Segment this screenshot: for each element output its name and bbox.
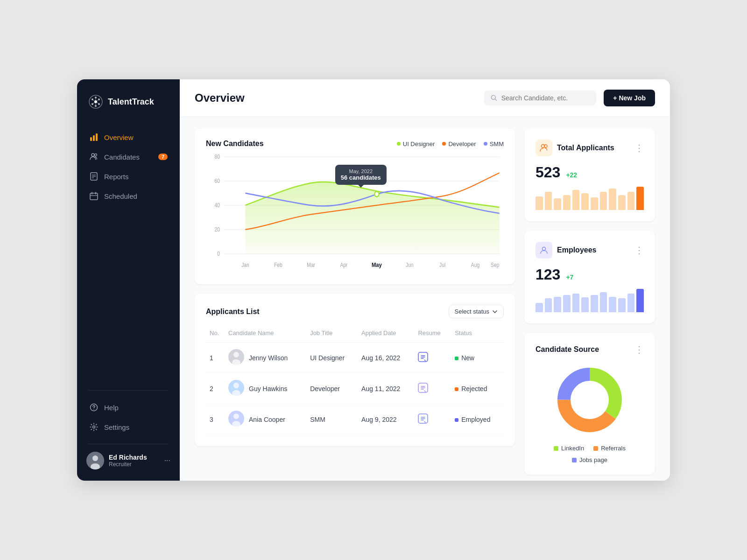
mini-bar [545,298,552,312]
app-container: TalentTrack Overview [77,79,670,481]
total-applicants-menu[interactable]: ⋮ [634,142,644,154]
mini-bar [618,195,626,210]
people-icon [89,152,99,161]
employees-change: +7 [566,273,573,281]
table-row: 1 Jenny Wilson UI Designer Aug 16, 2022 … [206,343,504,373]
nav-divider [88,390,169,391]
referrals-label: Referrals [601,445,626,452]
mini-bar [572,190,580,210]
chart-card: New Candidates UI Designer Developer [195,128,515,284]
search-box[interactable] [484,91,596,105]
candidates-badge: 7 [158,154,168,160]
mini-bar [609,189,616,210]
total-applicants-card: Total Applicants ⋮ 523 +22 [524,128,655,221]
chart-legend: UI Designer Developer SMM [397,140,504,147]
applicants-icon [536,140,552,156]
mini-bar [554,198,561,210]
svg-point-73 [571,381,608,419]
ui-designer-dot [397,142,401,146]
row-resume[interactable] [414,373,451,404]
total-applicants-change: +22 [566,171,577,179]
total-applicants-metric: 523 +22 [536,164,644,181]
search-input[interactable] [501,94,590,102]
row-resume[interactable] [414,343,451,373]
chart-area: May, 2022 56 candidates 80 [206,152,504,273]
svg-rect-23 [90,193,98,200]
svg-point-28 [93,409,94,410]
legend-jobs-page: Jobs page [536,456,644,463]
row-no: 3 [206,404,225,435]
avatar [86,452,104,469]
svg-point-6 [92,103,93,105]
svg-point-60 [233,383,239,388]
svg-line-34 [495,99,497,100]
svg-text:Sep: Sep [491,262,499,268]
new-job-button[interactable]: + New Job [604,90,655,106]
sidebar: TalentTrack Overview [77,79,180,481]
calendar-icon [89,191,99,201]
employees-header: Employees ⋮ [536,242,644,259]
sidebar-logo: TalentTrack [77,94,180,109]
svg-rect-15 [93,135,95,141]
jobs-page-label: Jobs page [579,456,607,463]
reports-label: Reports [104,173,129,181]
svg-rect-16 [96,133,98,141]
more-icon[interactable]: ··· [164,456,170,465]
applicants-header: Applicants List Select status [206,305,504,318]
svg-text:May: May [372,261,382,268]
main-content: Overview + New Job New Candidates [180,79,670,481]
sidebar-item-candidates[interactable]: Candidates 7 [83,147,174,166]
svg-point-54 [374,192,379,197]
row-name: Jenny Wilson [225,343,306,373]
employees-value: 123 [536,266,560,283]
total-applicants-header: Total Applicants ⋮ [536,140,644,156]
sidebar-item-settings[interactable]: Settings [83,418,174,436]
svg-text:Feb: Feb [274,262,282,268]
select-status-button[interactable]: Select status [449,305,504,318]
col-no: No. [206,326,225,343]
applicants-list-card: Applicants List Select status No. [195,294,515,446]
candidates-label: Candidates [104,153,140,161]
mini-bar [572,294,580,312]
user-info: Ed Richards Recruiter [109,454,160,468]
employees-metric: 123 +7 [536,266,644,283]
row-job: UI Designer [306,343,358,373]
bottom-nav: Help Settings [77,398,180,436]
candidate-avatar [228,411,244,428]
svg-text:40: 40 [215,202,220,208]
content-grid: New Candidates UI Designer Developer [180,117,670,481]
row-no: 2 [206,373,225,404]
mini-bar [581,297,589,312]
sidebar-item-overview[interactable]: Overview [83,128,174,147]
employees-menu[interactable]: ⋮ [634,245,644,256]
sidebar-user: Ed Richards Recruiter ··· [77,452,180,469]
help-icon [89,403,99,412]
legend-developer: Developer [442,140,476,147]
mini-bar [563,295,571,312]
donut-chart [552,363,627,437]
mini-bar [554,297,561,312]
source-title: Candidate Source [536,345,599,354]
source-menu[interactable]: ⋮ [634,344,644,355]
row-no: 1 [206,343,225,373]
smm-dot [484,142,487,146]
developer-label: Developer [448,140,476,147]
svg-point-4 [98,103,100,105]
svg-point-5 [95,105,97,107]
svg-point-7 [92,98,93,100]
svg-line-10 [97,102,99,104]
jobs-page-dot [572,458,577,462]
sidebar-item-scheduled[interactable]: Scheduled [83,187,174,205]
candidate-avatar [228,380,244,397]
col-name: Candidate Name [225,326,306,343]
report-icon [89,172,99,181]
svg-text:0: 0 [217,251,220,257]
candidate-avatar [228,349,244,366]
table-row: 2 Guy Hawkins Developer Aug 11, 2022 Rej… [206,373,504,404]
mini-bar [627,294,635,312]
svg-point-56 [233,352,239,357]
sidebar-item-reports[interactable]: Reports [83,167,174,186]
row-resume[interactable] [414,404,451,435]
search-icon [491,94,497,102]
sidebar-item-help[interactable]: Help [83,398,174,417]
